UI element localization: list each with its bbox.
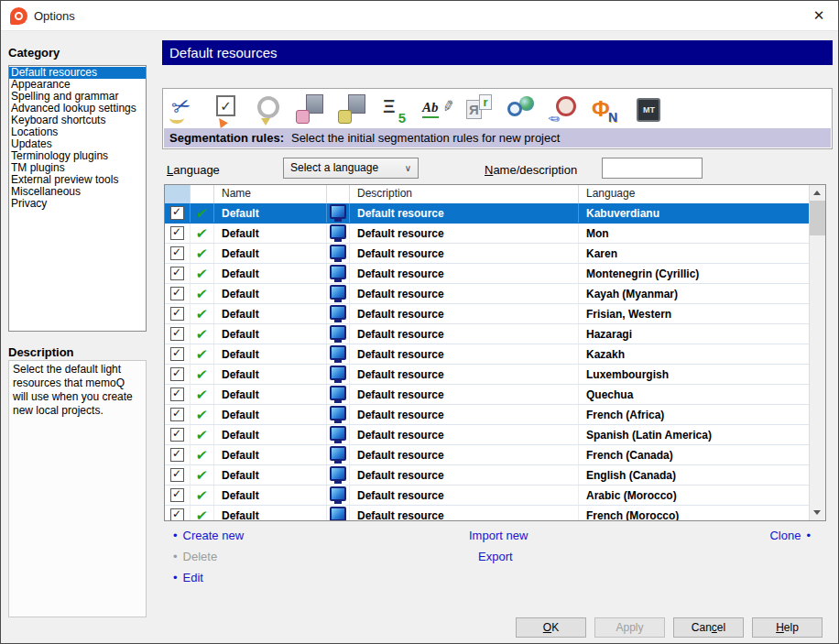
Default[interactable]: Default Default resource Montenegrin (Cy…: [165, 264, 810, 284]
enabled-check-icon: [196, 286, 208, 302]
resource-description: Default resource: [350, 284, 579, 303]
clone-link[interactable]: Clone: [769, 529, 811, 542]
row-checkbox[interactable]: [170, 448, 184, 462]
category-item[interactable]: Privacy: [9, 198, 146, 210]
resource-language: Kayah (Myanmar): [579, 284, 810, 303]
row-checkbox[interactable]: [170, 327, 184, 341]
Default[interactable]: Default Default resource Mon: [165, 224, 810, 244]
import-new-link[interactable]: Import new: [469, 529, 528, 542]
row-checkbox[interactable]: [170, 488, 184, 502]
row-checkbox[interactable]: [170, 307, 184, 321]
chevron-down-icon: ∨: [405, 158, 411, 179]
Default[interactable]: Default Default resource French (Morocco…: [165, 506, 810, 520]
row-checkbox[interactable]: [170, 408, 184, 421]
resource-language: French (Canada): [579, 445, 810, 464]
Default[interactable]: Default Default resource Arabic (Morocco…: [165, 486, 810, 506]
non-translatable-lists-icon[interactable]: [379, 93, 410, 127]
Default[interactable]: Default Default resource French (Canada): [165, 445, 810, 465]
column-header-status[interactable]: [191, 185, 214, 203]
column-header-icon[interactable]: [327, 185, 350, 203]
resource-language: French (Africa): [579, 405, 810, 424]
enabled-check-icon: [196, 306, 208, 322]
row-checkbox[interactable]: [170, 428, 184, 442]
qa-settings-icon[interactable]: [211, 93, 242, 127]
export-link[interactable]: Export: [478, 550, 513, 563]
table-body: Default Default resource Kabuverdianu De…: [165, 203, 810, 520]
Default[interactable]: Default Default resource Hazaragi: [165, 324, 810, 344]
resource-name: Default: [214, 344, 327, 364]
lqa-models-icon[interactable]: [548, 93, 579, 127]
column-header-language[interactable]: Language: [579, 185, 810, 203]
font-substitution-icon[interactable]: [590, 93, 621, 127]
enabled-check-icon: [196, 366, 208, 383]
resource-name: Default: [214, 385, 327, 404]
segmentation-rules-icon[interactable]: [169, 93, 200, 127]
resource-name: Default: [214, 425, 327, 444]
scroll-up-icon[interactable]: [810, 185, 825, 201]
language-dropdown[interactable]: Select a language ∨: [283, 158, 419, 179]
Default[interactable]: Default Default resource Quechua: [165, 385, 810, 405]
mt-settings-icon[interactable]: [632, 93, 663, 127]
filter-configurations-icon[interactable]: [295, 93, 326, 127]
scrollbar-thumb[interactable]: [810, 201, 825, 235]
close-icon[interactable]: ✕: [809, 6, 829, 25]
create-new-link[interactable]: Create new: [173, 529, 244, 542]
enabled-check-icon: [196, 427, 208, 443]
Default[interactable]: Default Default resource Luxembourgish: [165, 365, 810, 385]
apply-button: Apply: [594, 617, 665, 638]
cancel-button[interactable]: Cancel: [673, 617, 744, 638]
name-description-input[interactable]: [602, 158, 703, 179]
ignore-lists-icon[interactable]: [421, 93, 452, 127]
resource-description: Default resource: [350, 425, 579, 444]
category-listbox[interactable]: Default resources Appearance Spelling an…: [8, 65, 147, 332]
resource-language: Arabic (Morocco): [579, 486, 810, 505]
table-scrollbar[interactable]: [809, 185, 825, 520]
resource-description: Default resource: [350, 385, 579, 404]
autocorrect-sets-icon[interactable]: [463, 93, 495, 127]
Default[interactable]: Default Default resource Kazakh: [165, 344, 810, 365]
row-checkbox[interactable]: [170, 226, 184, 240]
local-resource-icon: [330, 224, 346, 239]
row-checkbox[interactable]: [170, 287, 184, 300]
enabled-check-icon: [196, 467, 208, 484]
resource-description: Default resource: [350, 486, 579, 505]
scroll-down-icon[interactable]: [810, 505, 825, 520]
auto-translation-rules-icon[interactable]: [253, 93, 284, 127]
Default[interactable]: Default Default resource Spanish (Latin …: [165, 425, 810, 445]
local-resource-icon: [330, 446, 346, 461]
help-button[interactable]: Help: [752, 617, 823, 638]
resource-type-icons: [169, 91, 830, 129]
row-checkbox[interactable]: [170, 367, 184, 381]
Default[interactable]: Default Default resource French (Africa): [165, 405, 810, 425]
enabled-check-icon: [196, 346, 208, 363]
column-header-description[interactable]: Description: [350, 185, 579, 203]
ok-button[interactable]: OK: [516, 617, 586, 638]
Default[interactable]: Default Default resource Frisian, Wester…: [165, 304, 810, 324]
resource-name: Default: [214, 284, 327, 303]
resource-name: Default: [214, 304, 327, 323]
Default[interactable]: Default Default resource Karen: [165, 244, 810, 264]
column-header-name[interactable]: Name: [214, 185, 327, 203]
resource-language: Frisian, Western: [579, 304, 810, 323]
enabled-check-icon: [196, 326, 208, 343]
Default[interactable]: Default Default resource Kayah (Myanmar): [165, 284, 810, 304]
row-checkbox[interactable]: [170, 387, 184, 401]
column-header-checkbox[interactable]: [165, 185, 191, 203]
resource-language: English (Canada): [579, 465, 810, 485]
Default[interactable]: Default Default resource Kabuverdianu: [165, 203, 810, 224]
resources-table: Name Description Language Default Defaul…: [164, 184, 826, 521]
resource-description: Default resource: [350, 224, 579, 243]
export-path-rules-icon[interactable]: [337, 93, 368, 127]
local-resource-icon: [330, 466, 346, 481]
row-checkbox[interactable]: [170, 246, 184, 260]
edit-link[interactable]: Edit: [173, 571, 203, 584]
web-search-settings-icon[interactable]: [506, 93, 537, 127]
row-checkbox[interactable]: [170, 206, 184, 220]
Default[interactable]: Default Default resource English (Canada…: [165, 465, 810, 486]
row-checkbox[interactable]: [170, 508, 184, 520]
row-checkbox[interactable]: [170, 468, 184, 482]
row-checkbox[interactable]: [170, 267, 184, 280]
local-resource-icon: [330, 426, 346, 441]
resource-language: French (Morocco): [579, 506, 810, 520]
row-checkbox[interactable]: [170, 347, 184, 361]
